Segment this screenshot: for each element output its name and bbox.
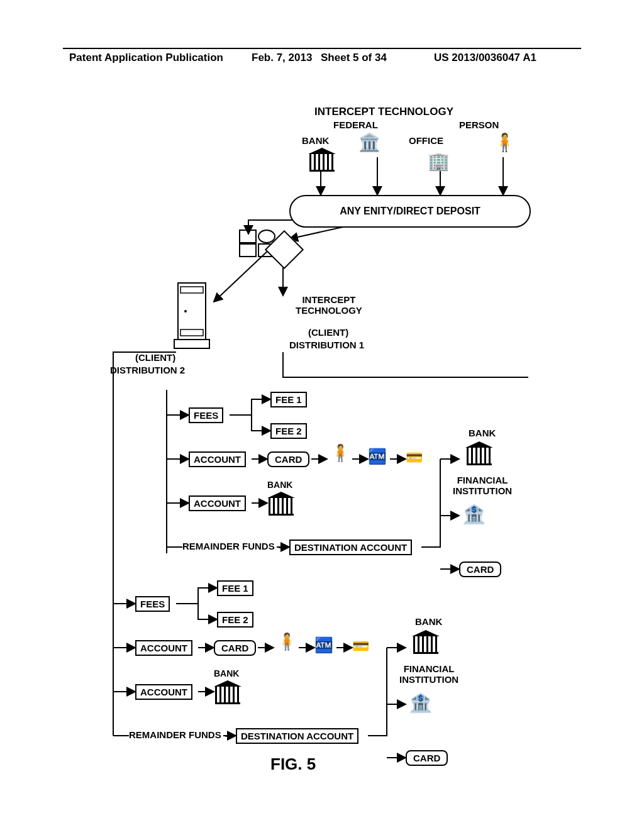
person-icon: 🧍 <box>494 132 516 153</box>
b2-fee1: FEE 1 <box>217 580 253 596</box>
b2-fee2: FEE 2 <box>217 612 253 628</box>
bank-icon <box>308 148 336 172</box>
b1-account1: ACCOUNT <box>189 451 246 467</box>
figure-label: FIG. 5 <box>270 755 316 774</box>
b1-bank-big-label: BANK <box>469 428 496 438</box>
svg-point-36 <box>184 310 187 313</box>
header-rule <box>63 48 581 49</box>
wires <box>0 0 644 830</box>
b2-bank-icon <box>214 680 242 704</box>
svg-rect-33 <box>178 283 206 340</box>
b2-bank-big-icon <box>412 630 440 654</box>
intercept-tech-label: INTERCEPT TECHNOLOGY <box>296 294 362 316</box>
b2-fees: FEES <box>135 596 170 612</box>
b2-account2: ACCOUNT <box>135 684 192 700</box>
b1-bank-icon <box>267 492 295 516</box>
b2-atm-icon: 🏧 <box>314 636 333 654</box>
b1-bank-small-label: BANK <box>267 480 292 490</box>
dist2-a: (CLIENT) <box>135 352 175 363</box>
b2-card-out: CARD <box>406 750 448 766</box>
dist1-a: (CLIENT) <box>308 327 348 338</box>
b1-fee2: FEE 2 <box>270 423 307 439</box>
b1-card: CARD <box>267 451 309 467</box>
b1-person-icon: 🧍 <box>330 443 350 463</box>
cloud-text: ANY ENITY/DIRECT DEPOSIT <box>340 206 480 217</box>
b2-fininst-label: FINANCIAL INSTITUTION <box>399 663 458 685</box>
title: INTERCEPT TECHNOLOGY <box>314 106 453 118</box>
b1-fininst-label: FINANCIAL INSTITUTION <box>453 475 512 496</box>
server-icon <box>173 277 208 346</box>
svg-rect-37 <box>174 340 209 348</box>
b2-remainder: REMAINDER FUNDS <box>129 729 221 740</box>
arrow-icon: → <box>277 542 287 553</box>
b2-bank-small-label: BANK <box>214 668 239 678</box>
b1-card-out: CARD <box>459 562 501 577</box>
office-icon: 🏢 <box>428 151 450 172</box>
b1-fees: FEES <box>189 407 223 423</box>
b1-account2: ACCOUNT <box>189 495 246 511</box>
person-label: PERSON <box>459 119 499 130</box>
b2-account1: ACCOUNT <box>135 640 192 656</box>
dist2-b: DISTRIBUTION 2 <box>110 365 185 375</box>
header-date: Feb. 7, 2013 <box>252 52 312 64</box>
office-label: OFFICE <box>409 135 443 146</box>
header-pubno: US 2013/0036047 A1 <box>434 52 536 64</box>
b2-dest: DESTINATION ACCOUNT <box>236 728 358 744</box>
header-left: Patent Application Publication <box>69 52 223 64</box>
cloud: ANY ENITY/DIRECT DEPOSIT <box>289 195 531 228</box>
svg-line-4 <box>289 226 346 239</box>
b2-card: CARD <box>214 640 256 656</box>
b1-fee1: FEE 1 <box>270 392 307 407</box>
header-sheet: Sheet 5 of 34 <box>321 52 387 64</box>
b2-bank-big-label: BANK <box>415 616 442 627</box>
b2-pos-icon: 💳 <box>352 638 369 655</box>
dist1-b: DISTRIBUTION 1 <box>289 340 364 350</box>
b1-fininst-icon: 🏦 <box>462 503 486 525</box>
arrow-icon: → <box>223 731 233 742</box>
federal-label: FEDERAL <box>333 119 378 130</box>
b1-bank-big-icon <box>465 441 493 465</box>
page-root: Patent Application Publication Feb. 7, 2… <box>0 0 644 830</box>
b1-atm-icon: 🏧 <box>368 448 387 465</box>
b1-dest: DESTINATION ACCOUNT <box>289 540 412 555</box>
bank-label: BANK <box>302 135 329 146</box>
b1-remainder: REMAINDER FUNDS <box>182 541 275 551</box>
federal-icon: 🏛️ <box>358 132 380 153</box>
b2-person-icon: 🧍 <box>277 632 297 651</box>
b1-pos-icon: 💳 <box>406 450 423 466</box>
b2-fininst-icon: 🏦 <box>409 692 432 714</box>
